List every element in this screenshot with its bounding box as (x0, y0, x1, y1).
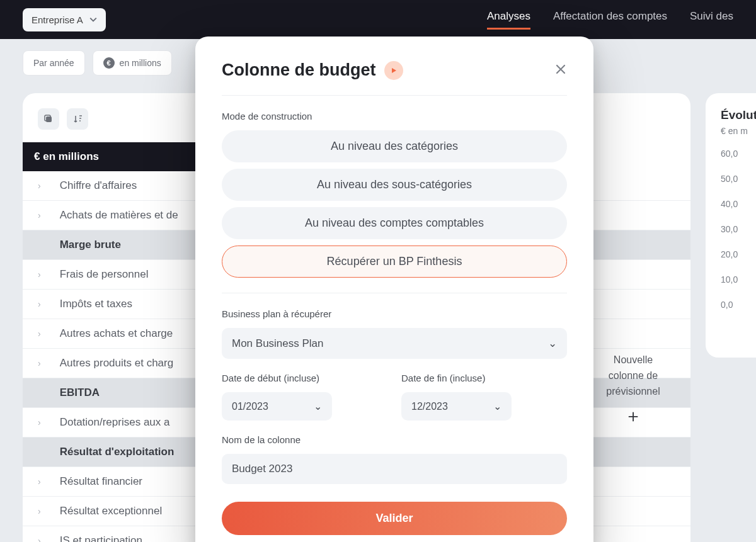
option-subcategories[interactable]: Au niveau des sous-catégories (222, 169, 567, 201)
start-date-label: Date de début (incluse) (222, 373, 387, 383)
start-date-col: Date de début (incluse) 01/2023 ⌄ (222, 373, 387, 421)
column-name-input-wrap (222, 454, 567, 484)
end-date-select[interactable]: 12/2023 ⌄ (401, 392, 512, 421)
start-date-select[interactable]: 01/2023 ⌄ (222, 392, 332, 421)
budget-column-modal: Colonne de budget Mode de construction A… (195, 37, 593, 542)
chevron-down-icon: ⌄ (493, 400, 501, 412)
bp-select[interactable]: Mon Business Plan ⌄ (222, 328, 567, 359)
name-section: Nom de la colonne (222, 434, 567, 484)
column-name-label: Nom de la colonne (222, 434, 567, 445)
option-categories[interactable]: Au niveau des catégories (222, 130, 567, 162)
close-icon (554, 63, 567, 76)
date-section: Date de début (incluse) 01/2023 ⌄ Date d… (222, 373, 567, 421)
bp-section: Business plan à récupérer Mon Business P… (222, 308, 567, 359)
mode-label: Mode de construction (222, 111, 567, 121)
validate-button[interactable]: Valider (222, 502, 567, 535)
start-date-value: 01/2023 (232, 401, 268, 412)
play-tutorial-button[interactable] (384, 61, 403, 80)
bp-value: Mon Business Plan (232, 337, 324, 350)
mode-section: Mode de construction Au niveau des catég… (222, 111, 567, 278)
chevron-down-icon: ⌄ (548, 337, 557, 350)
option-accounts[interactable]: Au niveau des comptes comptables (222, 207, 567, 239)
column-name-input[interactable] (232, 463, 557, 475)
play-icon (391, 67, 397, 74)
divider (222, 293, 567, 293)
close-button[interactable] (554, 63, 567, 78)
end-date-value: 12/2023 (411, 401, 448, 412)
divider (222, 95, 567, 96)
mode-options: Au niveau des catégories Au niveau des s… (222, 130, 567, 278)
chevron-down-icon: ⌄ (314, 400, 322, 412)
modal-title: Colonne de budget (222, 60, 375, 80)
end-date-label: Date de fin (incluse) (401, 373, 567, 383)
bp-label: Business plan à récupérer (222, 308, 567, 319)
option-finthesis[interactable]: Récupérer un BP Finthesis (222, 246, 567, 278)
modal-header: Colonne de budget (222, 60, 567, 80)
end-date-col: Date de fin (incluse) 12/2023 ⌄ (401, 373, 567, 421)
